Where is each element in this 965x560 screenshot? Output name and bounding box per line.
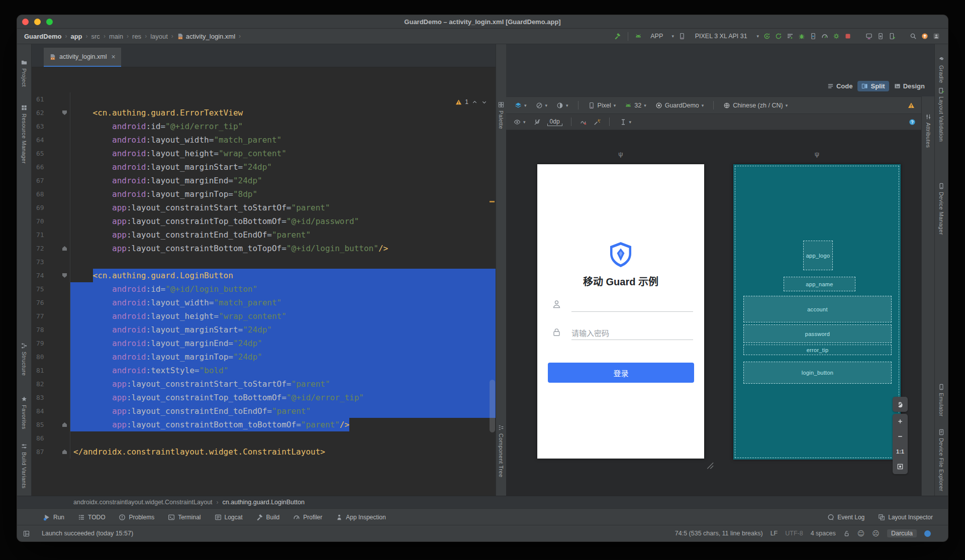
breadcrumb-item-main[interactable]: main (109, 33, 123, 40)
code-line[interactable]: 61 (32, 92, 496, 106)
login-button[interactable]: 登录 (548, 363, 694, 383)
code-text[interactable]: android:layout_marginStart="24dp" (70, 323, 496, 337)
help-icon[interactable] (909, 119, 916, 126)
code-text[interactable]: app:layout_constraintStart_toStartOf="pa… (70, 201, 496, 214)
tool-window-button-build-variants[interactable]: Build Variants (21, 443, 28, 489)
code-text[interactable]: android:layout_height="wrap_content" (70, 147, 496, 160)
code-line[interactable]: 85 app:layout_constraintBottom_toBottomO… (32, 418, 496, 431)
code-text[interactable] (70, 255, 496, 269)
code-line[interactable]: 87</androidx.constraintlayout.widget.Con… (32, 445, 496, 459)
code-line[interactable]: 72 app:layout_constraintBottom_toTopOf="… (32, 242, 496, 255)
code-line[interactable]: 73 (32, 255, 496, 269)
fold-marker-icon[interactable] (62, 422, 67, 427)
code-line[interactable]: 70 app:layout_constraintTop_toBottomOf="… (32, 214, 496, 228)
code-text[interactable]: <cn.authing.guard.ErrorTextView (70, 106, 496, 120)
code-line[interactable]: 86 (32, 431, 496, 445)
magnet-off-icon[interactable] (534, 119, 541, 126)
code-line[interactable]: 82 app:layout_constraintStart_toStartOf=… (32, 377, 496, 391)
code-line[interactable]: 83 app:layout_constraintTop_toBottomOf="… (32, 391, 496, 404)
code-line[interactable]: 68 android:layout_marginTop="8dp" (32, 187, 496, 201)
blueprint-box-login_button[interactable]: login_button (743, 362, 892, 384)
code-text[interactable]: app:layout_constraintBottom_toBottomOf="… (70, 418, 496, 431)
tool-button-profiler[interactable]: Profiler (293, 514, 322, 521)
tool-button-problems[interactable]: Problems (119, 514, 154, 521)
tool-window-button-project[interactable]: Project (21, 59, 28, 87)
fold-marker-icon[interactable] (62, 110, 67, 115)
breadcrumb-item-activity-login-xml[interactable]: activity_login.xml (177, 33, 235, 40)
code-text[interactable]: android:layout_marginEnd="24dp" (70, 337, 496, 350)
close-tab-icon[interactable]: × (111, 54, 115, 59)
indent-setting[interactable]: 4 spaces (811, 530, 836, 537)
code-line[interactable]: 64 android:layout_width="match_parent" (32, 133, 496, 147)
design-tool-design-surface-icon[interactable]: ▾ (513, 101, 528, 110)
caret-position[interactable]: 74:5 (535 chars, 11 line breaks) (675, 530, 763, 537)
device-mirror-icon[interactable] (865, 33, 873, 40)
file-encoding[interactable]: UTF-8 (785, 530, 803, 537)
code-text[interactable]: android:layout_marginEnd="24dp" (70, 174, 496, 187)
locale-picker[interactable]: Chinese (zh / CN)▾ (722, 101, 789, 110)
warning-icon[interactable] (908, 102, 915, 109)
code-text[interactable] (70, 92, 496, 106)
tool-window-button-resource-manager[interactable]: Resource Manager (21, 104, 28, 164)
smile-icon[interactable]: ☺ (857, 529, 865, 537)
design-preview[interactable]: 移动 Guard 示例 请输入密码 登录 (537, 164, 704, 459)
code-text[interactable]: android:layout_width="match_parent" (70, 133, 496, 147)
apply-changes-icon[interactable] (763, 33, 770, 40)
breadcrumb-item-layout[interactable]: layout (150, 33, 168, 40)
window-layout-icon[interactable] (23, 530, 30, 537)
tool-button-todo[interactable]: TODO (78, 514, 105, 521)
warning-stripe-mark[interactable] (490, 201, 495, 202)
blueprint-box-password[interactable]: password (743, 324, 892, 343)
zoom-fit-button[interactable] (893, 459, 908, 474)
view-mode-split[interactable]: Split (857, 81, 889, 91)
tool-button-event-log[interactable]: Event Log (827, 514, 864, 521)
blueprint-box-account[interactable]: account (743, 296, 892, 322)
code-line[interactable]: 78 android:layout_marginStart="24dp" (32, 323, 496, 337)
fold-marker-icon[interactable] (62, 450, 67, 454)
tool-window-button-gradle[interactable]: Gradle (938, 56, 945, 83)
code-text[interactable]: android:layout_marginTop="8dp" (70, 187, 496, 201)
view-mode-design[interactable]: Design (890, 81, 929, 91)
close-window-button[interactable] (22, 19, 29, 25)
code-text[interactable]: app:layout_constraintTop_toBottomOf="@+i… (70, 391, 496, 404)
attach-debugger-icon[interactable] (810, 33, 817, 40)
code-line[interactable]: 74 <cn.authing.guard.LoginButton (32, 269, 496, 282)
ide-update-icon[interactable] (921, 33, 928, 40)
code-line[interactable]: 71 app:layout_constraintEnd_toEndOf="par… (32, 228, 496, 242)
profile-app-icon[interactable] (821, 33, 828, 40)
search-icon[interactable] (910, 33, 917, 40)
coverage-icon[interactable] (833, 33, 840, 40)
code-text[interactable]: app:layout_constraintEnd_toEndOf="parent… (70, 404, 496, 418)
zoom-ratio-button[interactable]: 1:1 (893, 444, 908, 459)
hammer-icon[interactable] (614, 33, 621, 40)
view-options-button[interactable]: ▾ (512, 118, 527, 127)
theme-switcher[interactable]: Darcula (887, 529, 917, 537)
run-config-select[interactable]: APP▾ (635, 33, 674, 40)
editor-scrollbar[interactable] (490, 380, 495, 432)
tool-window-button-component-tree[interactable]: Component Tree (498, 424, 505, 478)
api-version-picker[interactable]: 32▾ (623, 101, 647, 110)
code-text[interactable]: app:layout_constraintTop_toBottomOf="@+i… (70, 214, 496, 228)
code-line[interactable]: 80 android:layout_marginTop="24dp" (32, 350, 496, 364)
tool-window-button-palette[interactable]: Palette (498, 101, 505, 129)
code-text[interactable]: android:layout_height="wrap_content" (70, 309, 496, 323)
view-mode-code[interactable]: Code (823, 81, 857, 91)
breadcrumb-item-src[interactable]: src (91, 33, 100, 40)
code-line[interactable]: 81 android:textStyle="bold" (32, 364, 496, 377)
pan-button[interactable] (893, 397, 908, 412)
resize-grip-icon[interactable] (706, 462, 714, 470)
design-canvas[interactable]: ψ ψ 移动 Guard 示例 请输入密码 登录 (506, 130, 922, 496)
app-name-text[interactable]: 移动 Guard 示例 (537, 274, 704, 288)
code-line[interactable]: 77 android:layout_height="wrap_content" (32, 309, 496, 323)
minimize-window-button[interactable] (34, 19, 41, 25)
tool-button-terminal[interactable]: Terminal (168, 514, 201, 521)
line-separator[interactable]: LF (770, 530, 778, 537)
shield-logo-icon[interactable] (609, 242, 633, 268)
tab-attributes[interactable]: Attributes (925, 114, 932, 148)
frown-icon[interactable]: ☹ (872, 529, 880, 537)
tool-button-build[interactable]: Build (256, 514, 280, 521)
tool-window-button-favorites[interactable]: Favorites (21, 396, 28, 429)
code-line[interactable]: 79 android:layout_marginEnd="24dp" (32, 337, 496, 350)
virtual-device-icon[interactable] (889, 33, 896, 40)
breadcrumb-item-app[interactable]: app (70, 33, 82, 40)
